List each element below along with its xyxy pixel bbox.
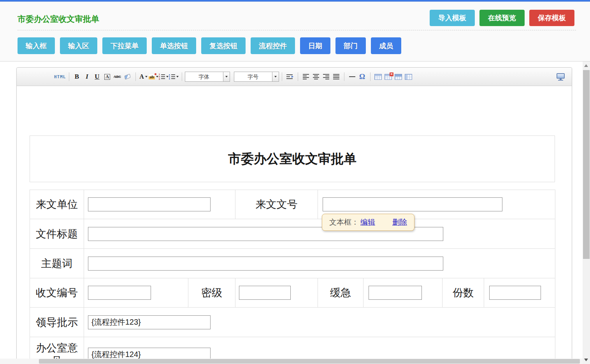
save-template-button[interactable]: 保存模板 <box>529 10 574 26</box>
toolbar-separator <box>298 72 298 81</box>
scroll-up-arrow-icon[interactable] <box>584 64 588 67</box>
table-row: 主题词 <box>30 249 555 278</box>
toolbar-separator <box>344 72 344 81</box>
font-color-button[interactable]: A <box>139 72 149 82</box>
delete-table-button[interactable]: ✕ <box>383 72 393 82</box>
horizontal-rule-button[interactable] <box>347 72 357 82</box>
unordered-list-icon <box>169 74 175 79</box>
delete-link[interactable]: 删除 <box>392 217 407 227</box>
underline-button[interactable]: U <box>92 72 102 82</box>
subject-words-input[interactable] <box>88 257 443 271</box>
urgency-input[interactable] <box>369 286 422 300</box>
source-unit-cell <box>84 190 235 219</box>
tooltip-label: 文本框： <box>329 217 359 227</box>
toolbar-separator <box>135 72 136 81</box>
source-unit-label: 来文单位 <box>30 190 84 219</box>
vertical-scrollbar-thumb[interactable] <box>583 70 590 259</box>
highlight-color-button[interactable]: ab <box>149 72 159 82</box>
italic-button[interactable]: I <box>82 72 92 82</box>
template-actions: 导入模板 在线预览 保存模板 <box>430 10 574 26</box>
secrecy-level-label: 密级 <box>188 278 235 308</box>
vertical-scrollbar[interactable] <box>583 62 590 364</box>
fullscreen-button[interactable] <box>555 72 565 82</box>
horizontal-rule-icon <box>349 76 355 77</box>
unordered-list-button[interactable] <box>169 72 179 82</box>
align-left-button[interactable] <box>301 72 311 82</box>
doc-title-cell <box>84 219 555 249</box>
indent-icon <box>286 74 293 79</box>
align-justify-button[interactable] <box>331 72 341 82</box>
horizontal-scrollbar-thumb[interactable] <box>39 359 580 364</box>
widget-input-box-button[interactable]: 输入框 <box>18 37 55 54</box>
toolbar-separator <box>282 72 282 81</box>
highlight-icon: ab <box>149 74 155 79</box>
toolbar-separator <box>370 72 371 81</box>
page-title: 市委办公室收文审批单 <box>18 14 99 25</box>
online-preview-button[interactable]: 在线预览 <box>479 10 525 26</box>
align-left-icon <box>303 74 309 79</box>
doc-number-label: 来文文号 <box>235 190 318 219</box>
table-row: 领导批示 <box>30 308 555 337</box>
richtext-editor: HTML B I U A ABC A ab 123 字体 字号 <box>16 67 572 364</box>
align-right-button[interactable] <box>321 72 331 82</box>
header-panel: 市委办公室收文审批单 导入模板 在线预览 保存模板 输入框 输入区 下拉菜单 单… <box>0 2 590 62</box>
widget-dropdown-button[interactable]: 下拉菜单 <box>102 37 147 54</box>
toolbar-separator <box>69 72 69 81</box>
scroll-down-arrow-icon[interactable] <box>584 359 588 361</box>
font-family-dropdown-button[interactable] <box>223 72 230 81</box>
chevron-down-icon <box>176 76 179 77</box>
editor-document[interactable]: 市委办公室收文审批单 来文单位 来文文号 文件标题 <box>17 86 572 364</box>
widget-department-button[interactable]: 部门 <box>335 37 366 54</box>
align-justify-icon <box>333 74 339 79</box>
font-family-value: 字体 <box>185 72 223 81</box>
font-size-dropdown-button[interactable] <box>272 72 279 81</box>
font-color-a-icon: A <box>139 73 144 80</box>
widget-input-area-button[interactable]: 输入区 <box>60 37 97 54</box>
header-divider <box>18 30 576 30</box>
table-properties-button[interactable] <box>393 72 404 82</box>
widget-date-button[interactable]: 日期 <box>300 37 330 54</box>
font-style-button[interactable]: A <box>102 72 112 82</box>
ordered-list-icon: 123 <box>159 74 165 80</box>
bold-button[interactable]: B <box>72 72 82 82</box>
cell-properties-button[interactable] <box>404 72 414 82</box>
textbox-tooltip: 文本框： 编辑 删除 <box>322 214 414 231</box>
receipt-number-label: 收文编号 <box>30 278 84 308</box>
import-template-button[interactable]: 导入模板 <box>430 10 475 26</box>
edit-link[interactable]: 编辑 <box>360 217 375 227</box>
align-center-button[interactable] <box>311 72 321 82</box>
indent-button[interactable] <box>285 72 295 82</box>
copies-input[interactable] <box>489 286 541 300</box>
strikethrough-button[interactable]: ABC <box>112 72 123 82</box>
table-row: 来文单位 来文文号 <box>30 190 555 219</box>
leader-comment-input[interactable] <box>88 315 211 329</box>
subject-words-label: 主题词 <box>30 249 84 278</box>
source-code-button[interactable]: HTML <box>54 72 66 82</box>
receipt-number-input[interactable] <box>88 286 151 300</box>
chevron-down-icon <box>145 76 148 77</box>
secrecy-level-input[interactable] <box>239 286 291 300</box>
source-unit-input[interactable] <box>88 197 211 211</box>
remove-format-button[interactable] <box>123 72 133 82</box>
font-family-select[interactable]: 字体 <box>185 72 230 82</box>
widget-radio-button[interactable]: 单选按钮 <box>152 37 196 54</box>
font-size-select[interactable]: 字号 <box>234 72 279 82</box>
receipt-number-cell <box>84 278 188 308</box>
leader-comment-label: 领导批示 <box>30 308 84 337</box>
widget-member-button[interactable]: 成员 <box>371 37 401 54</box>
editor-toolbar: HTML B I U A ABC A ab 123 字体 字号 <box>17 68 572 86</box>
eraser-icon <box>125 74 131 79</box>
doc-title-label: 文件标题 <box>30 219 84 249</box>
form-table: 来文单位 来文文号 文件标题 主题词 <box>30 190 555 364</box>
ordered-list-button[interactable]: 123 <box>159 72 169 82</box>
special-char-button[interactable]: Ω <box>357 72 367 82</box>
widget-flow-control-button[interactable]: 流程控件 <box>251 37 295 54</box>
toolbar-separator <box>182 72 182 81</box>
insert-table-button[interactable] <box>373 72 383 82</box>
horizontal-scrollbar[interactable] <box>0 359 583 364</box>
widget-checkbox-button[interactable]: 复选按钮 <box>201 37 246 54</box>
doc-number-input[interactable] <box>323 197 502 211</box>
monitor-icon <box>557 73 565 79</box>
insert-table-icon <box>374 74 382 80</box>
font-size-value: 字号 <box>234 72 272 81</box>
